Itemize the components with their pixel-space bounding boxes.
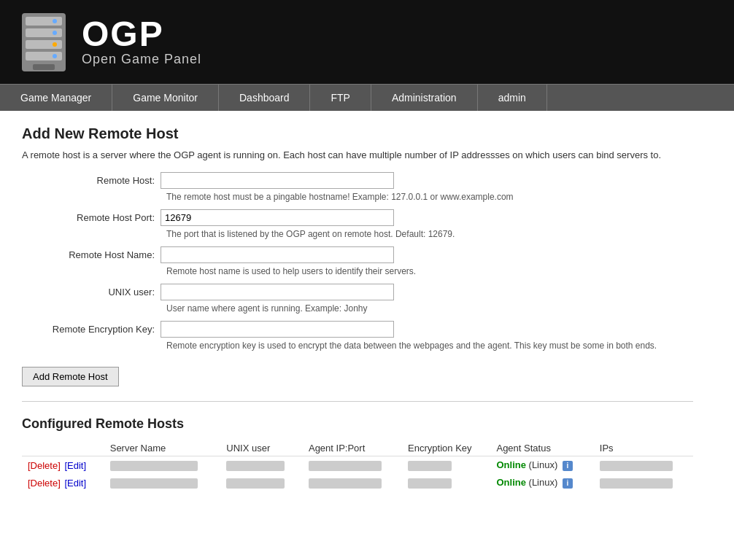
row1-edit-link[interactable]: [Edit] [64,460,86,471]
unix-user-input[interactable] [161,284,394,300]
col-unix-user: UNIX user [220,440,303,456]
row2-enc-key [402,474,490,491]
nav-administration[interactable]: Administration [371,85,478,111]
col-agent-ip: Agent IP:Port [303,440,402,456]
main-nav: Game Manager Game Monitor Dashboard FTP … [0,84,734,111]
row1-server-name [104,456,221,475]
row2-info-icon[interactable]: i [563,478,573,489]
remote-host-row: Remote Host: [22,172,693,189]
encryption-key-label: Remote Encryption Key: [22,324,161,335]
header: OGP Open Game Panel [0,0,734,84]
col-enc-key: Encryption Key [402,440,490,456]
svg-point-7 [53,42,57,47]
row1-platform: (Linux) [529,459,558,470]
row1-info-icon[interactable]: i [563,461,573,471]
add-remote-host-form: Remote Host: The remote host must be a p… [22,172,693,386]
svg-point-8 [53,54,57,58]
encryption-key-hint: Remote encryption key is used to encrypt… [166,341,693,351]
row2-server-name [104,474,221,491]
row2-delete-link[interactable]: [Delete] [28,478,61,489]
remote-host-port-row: Remote Host Port: [22,209,693,226]
row1-ips [594,456,693,475]
table-row: [Delete] [Edit] Online (Linux) i [22,456,693,475]
row2-actions: [Delete] [Edit] [22,474,104,491]
unix-user-row: UNIX user: [22,284,693,300]
page-title: Add New Remote Host [22,125,693,142]
main-content: Add New Remote Host A remote host is a s… [0,111,715,506]
row1-delete-link[interactable]: [Delete] [28,460,61,471]
svg-rect-9 [33,64,55,70]
nav-admin[interactable]: admin [478,85,547,111]
unix-user-hint: User name where agent is running. Exampl… [166,303,693,314]
add-remote-host-button[interactable]: Add Remote Host [22,367,119,386]
row1-actions: [Delete] [Edit] [22,456,104,475]
logo-text: OGP Open Game Panel [82,17,201,67]
col-agent-status: Agent Status [490,440,593,456]
row2-ips [594,474,693,491]
remote-host-name-row: Remote Host Name: [22,246,693,263]
row1-status-online: Online [496,459,525,470]
logo-area: OGP Open Game Panel [15,9,201,75]
configured-hosts-title: Configured Remote Hosts [22,416,693,432]
row1-enc-key [402,456,490,475]
unix-user-label: UNIX user: [22,287,161,298]
row2-platform: (Linux) [529,477,558,488]
remote-host-port-label: Remote Host Port: [22,212,161,223]
col-actions [22,440,104,456]
svg-point-6 [53,31,57,35]
row2-edit-link[interactable]: [Edit] [64,478,86,489]
remote-host-name-input[interactable] [161,246,394,263]
table-row: [Delete] [Edit] Online (Linux) i [22,474,693,491]
row2-agent-ip [303,474,402,491]
remote-host-hint: The remote host must be a pingable hostn… [166,192,693,202]
encryption-key-row: Remote Encryption Key: [22,321,693,338]
form-description: A remote host is a server where the OGP … [22,149,693,160]
remote-host-port-input[interactable] [161,209,394,226]
remote-host-label: Remote Host: [22,175,161,186]
logo-subtitle: Open Game Panel [82,52,201,67]
col-server-name: Server Name [104,440,221,456]
nav-ftp[interactable]: FTP [310,85,371,111]
remote-host-name-label: Remote Host Name: [22,249,161,260]
nav-game-monitor[interactable]: Game Monitor [112,85,219,111]
remote-host-name-hint: Remote host name is used to help users t… [166,266,693,276]
logo-ogp: OGP [82,17,201,52]
row2-unix-user [220,474,303,491]
remote-host-input[interactable] [161,172,394,189]
row2-status-online: Online [496,477,525,488]
svg-point-5 [53,19,57,23]
nav-game-manager[interactable]: Game Manager [0,85,112,111]
row1-agent-ip [303,456,402,475]
row1-agent-status: Online (Linux) i [490,456,593,475]
encryption-key-input[interactable] [161,321,394,338]
row2-agent-status: Online (Linux) i [490,474,593,491]
row1-unix-user [220,456,303,475]
configured-hosts-table: Server Name UNIX user Agent IP:Port Encr… [22,440,693,491]
remote-host-port-hint: The port that is listened by the OGP age… [166,229,693,239]
col-ips: IPs [594,440,693,456]
nav-dashboard[interactable]: Dashboard [219,85,311,111]
section-divider [22,401,693,402]
logo-icon [15,9,73,75]
